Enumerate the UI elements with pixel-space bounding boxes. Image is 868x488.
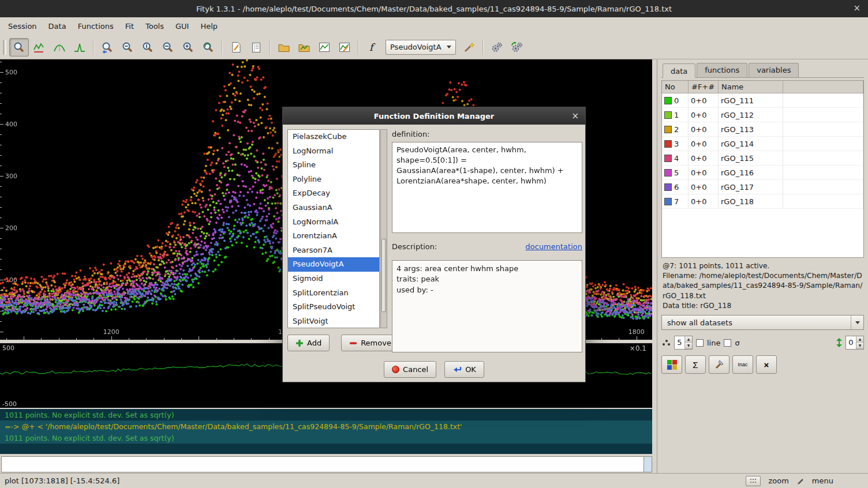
function-list-item[interactable]: GaussianA <box>288 201 379 215</box>
close-panel-button[interactable]: × <box>756 355 777 374</box>
peak-mode-button[interactable] <box>70 38 89 57</box>
stepper-up-icon[interactable]: ▲ <box>685 336 692 343</box>
function-definition-button[interactable]: f <box>362 38 382 57</box>
documentation-link[interactable]: documentation <box>526 242 582 251</box>
zoom-out-button[interactable] <box>118 38 137 57</box>
menu-item[interactable]: Data <box>43 18 72 34</box>
table-row[interactable]: 4 0+0 rGO_115 <box>662 151 863 166</box>
definition-textarea[interactable]: PseudoVoigtA(area, center, hwhm, shape=0… <box>392 142 582 233</box>
menu-item[interactable]: GUI <box>170 18 194 34</box>
table-row[interactable]: 3 0+0 rGO_114 <box>662 137 863 151</box>
data-range-mode-button[interactable] <box>29 38 49 57</box>
menu-item[interactable]: Tools <box>140 18 170 34</box>
menu-item[interactable]: Help <box>194 18 223 34</box>
zoom-mode-button[interactable] <box>9 38 29 57</box>
sum-toggle-button[interactable]: Σ <box>685 355 706 374</box>
dataset-color-swatch[interactable] <box>664 126 672 133</box>
status-menu-label[interactable]: menu <box>812 476 833 485</box>
open-data-plot-button[interactable] <box>294 38 314 57</box>
ok-button[interactable]: OK <box>444 361 484 378</box>
command-input[interactable] <box>1 456 644 472</box>
toolbar-handle[interactable] <box>3 40 6 55</box>
table-row[interactable]: 1 0+0 rGO_112 <box>662 108 863 122</box>
script-new-button[interactable] <box>226 38 246 57</box>
save-image-button[interactable] <box>315 38 334 57</box>
dataset-colors-button[interactable] <box>661 355 682 374</box>
function-list-item[interactable]: Polyline <box>288 172 379 187</box>
zoom-previous-button[interactable] <box>199 38 218 57</box>
dataset-color-swatch[interactable] <box>664 183 672 191</box>
zoom-horizontal-button[interactable] <box>158 38 178 57</box>
function-type-value: PseudoVoigtA <box>390 43 442 51</box>
table-row[interactable]: 2 0+0 rGO_113 <box>662 122 863 137</box>
dataset-color-swatch[interactable] <box>664 111 672 119</box>
table-row[interactable]: 0 0+0 rGO_111 <box>662 93 863 108</box>
shift-stepper[interactable]: 0▲▼ <box>845 336 864 350</box>
dialog-titlebar[interactable]: Function Definition Manager × <box>283 107 585 125</box>
point-size-stepper[interactable]: 5▲▼ <box>674 336 693 350</box>
menu-item[interactable]: Session <box>2 18 43 34</box>
function-list-item[interactable]: LogNormalA <box>288 215 379 230</box>
function-list-item[interactable]: ExpDecay <box>288 186 379 201</box>
input-history-button[interactable] <box>644 456 652 472</box>
table-row[interactable]: 5 0+0 rGO_116 <box>662 166 863 180</box>
inactive-points-button[interactable]: Inac <box>732 355 753 374</box>
zoom-undo-button[interactable] <box>98 38 117 57</box>
titlebar[interactable]: Fityk 1.3.1 - /home/aleplo/test/Document… <box>0 0 868 17</box>
menu-item[interactable]: Functions <box>72 18 119 34</box>
table-row[interactable]: 7 0+0 rGO_118 <box>662 194 863 209</box>
sigma-checkbox[interactable] <box>724 339 731 347</box>
dataset-color-swatch[interactable] <box>664 198 672 205</box>
zoom-in-button[interactable] <box>178 38 198 57</box>
dataset-color-swatch[interactable] <box>664 97 672 104</box>
table-row[interactable]: 6 0+0 rGO_117 <box>662 180 863 194</box>
function-list-item[interactable]: SplitVoigt <box>288 314 379 328</box>
function-list-item[interactable]: Sigmoid <box>288 272 379 286</box>
function-list-item[interactable]: SplitLorentzian <box>288 286 379 301</box>
baseline-mode-button[interactable] <box>50 38 69 57</box>
fit-continue-button[interactable] <box>507 38 527 57</box>
status-zoom-label[interactable]: zoom <box>768 476 788 485</box>
output-console[interactable]: 1011 points. No explicit std. dev. Set a… <box>0 409 652 454</box>
function-list-item[interactable]: PielaszekCube <box>288 130 379 144</box>
function-list-scrollbar[interactable] <box>380 129 387 328</box>
menu-item[interactable]: Fit <box>119 18 140 34</box>
sidebar: datafunctionsvariables No#F+#Name 0 0+0 … <box>657 59 868 473</box>
function-list-item[interactable]: LogNormal <box>288 144 379 159</box>
function-list-item[interactable]: Pearson7A <box>288 243 379 258</box>
column-header[interactable]: #F+# <box>689 81 719 93</box>
window-close-button[interactable]: × <box>853 3 860 13</box>
stepper-up-icon[interactable]: ▲ <box>856 336 863 343</box>
sidebar-tab[interactable]: variables <box>749 63 799 77</box>
add-function-button[interactable]: Add <box>287 335 330 351</box>
column-header[interactable]: No <box>662 81 689 93</box>
cancel-button[interactable]: Cancel <box>384 361 436 378</box>
save-session-button[interactable] <box>335 38 354 57</box>
stepper-down-icon[interactable]: ▼ <box>685 343 692 349</box>
script-log-button[interactable] <box>246 38 266 57</box>
function-list-item[interactable]: Spline <box>288 158 379 172</box>
sidebar-tab[interactable]: functions <box>697 63 747 77</box>
fit-run-button[interactable] <box>487 38 507 57</box>
mouse-hint-button[interactable] <box>746 476 761 486</box>
dataset-color-swatch[interactable] <box>664 155 672 162</box>
stepper-down-icon[interactable]: ▼ <box>856 343 863 349</box>
column-header[interactable]: Name <box>719 81 783 93</box>
function-list-item[interactable]: PseudoVoigtA <box>288 257 379 272</box>
dataset-color-swatch[interactable] <box>664 140 672 148</box>
sidebar-tab[interactable]: data <box>663 63 695 78</box>
function-list-item[interactable]: LorentzianA <box>288 229 379 243</box>
show-datasets-dropdown[interactable]: show all datasets <box>661 315 864 330</box>
zoom-vertical-button[interactable] <box>138 38 158 57</box>
auto-add-peak-button[interactable] <box>459 38 479 57</box>
remove-function-button[interactable]: Remove <box>341 335 399 351</box>
open-data-button[interactable] <box>274 38 294 57</box>
scrollbar-thumb[interactable] <box>381 239 386 312</box>
function-list-item[interactable]: SplitPseudoVoigt <box>288 300 379 314</box>
function-type-dropdown[interactable]: PseudoVoigtA <box>386 40 456 55</box>
quick-edit-button[interactable] <box>709 355 729 374</box>
line-checkbox[interactable] <box>696 339 704 347</box>
dialog-close-button[interactable]: × <box>571 111 579 121</box>
dataset-color-swatch[interactable] <box>664 169 672 177</box>
column-header[interactable] <box>783 81 863 93</box>
